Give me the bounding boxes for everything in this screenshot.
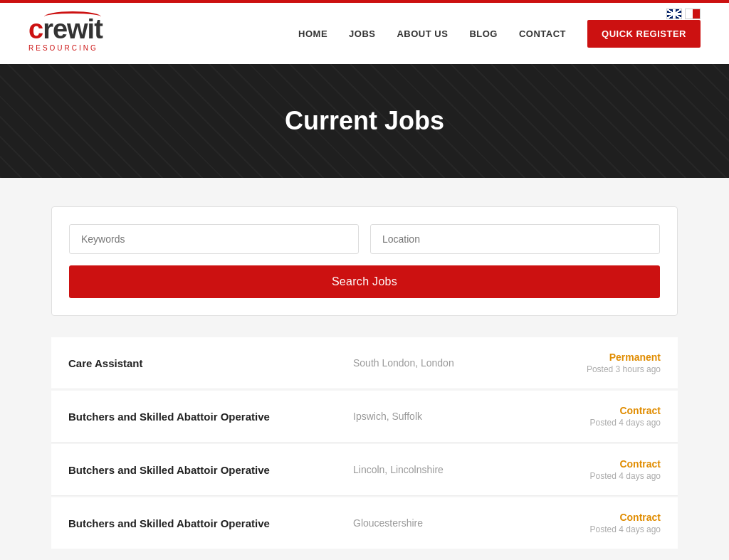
main-content: Search Jobs Care Assistant South London,…: [37, 206, 692, 549]
logo-text: crewit: [28, 16, 103, 43]
job-meta: Contract Posted 4 days ago: [547, 458, 661, 481]
job-posted: Posted 4 days ago: [547, 524, 661, 534]
job-meta: Contract Posted 4 days ago: [547, 405, 661, 428]
job-location: Gloucestershire: [339, 517, 547, 529]
table-row[interactable]: Butchers and Skilled Abattoir Operative …: [51, 497, 678, 549]
job-type: Contract: [547, 458, 661, 470]
logo-dot: c: [28, 14, 43, 44]
nav-about[interactable]: ABOUT US: [397, 28, 448, 39]
job-type: Contract: [547, 405, 661, 416]
main-nav: HOME JOBS ABOUT US BLOG CONTACT QUICK RE…: [298, 20, 701, 48]
job-type: Contract: [547, 512, 661, 523]
job-meta: Permanent Posted 3 hours ago: [547, 352, 661, 374]
keywords-input[interactable]: [69, 224, 359, 254]
job-posted: Posted 4 days ago: [547, 418, 661, 428]
mt-flag[interactable]: [685, 9, 701, 19]
job-location: South London, London: [339, 357, 547, 369]
job-title: Care Assistant: [68, 357, 339, 369]
site-header: crewit RESOURCING HOME JOBS ABOUT US BLO…: [0, 0, 729, 64]
language-flags[interactable]: [666, 9, 701, 19]
logo[interactable]: crewit RESOURCING: [28, 16, 103, 52]
job-title: Butchers and Skilled Abattoir Operative: [68, 517, 339, 529]
nav-jobs[interactable]: JOBS: [349, 28, 375, 39]
job-title: Butchers and Skilled Abattoir Operative: [68, 411, 339, 423]
search-fields: [69, 224, 660, 254]
page-title: Current Jobs: [285, 106, 444, 136]
job-posted: Posted 3 hours ago: [547, 364, 661, 374]
search-box: Search Jobs: [51, 206, 678, 316]
job-type: Permanent: [547, 352, 661, 363]
job-meta: Contract Posted 4 days ago: [547, 512, 661, 534]
table-row[interactable]: Care Assistant South London, London Perm…: [51, 337, 678, 389]
nav-blog[interactable]: BLOG: [469, 28, 498, 39]
job-posted: Posted 4 days ago: [547, 471, 661, 481]
nav-contact[interactable]: CONTACT: [519, 28, 566, 39]
job-list: Care Assistant South London, London Perm…: [51, 337, 678, 549]
nav-home[interactable]: HOME: [298, 28, 327, 39]
hero-section: Current Jobs: [0, 64, 729, 178]
search-jobs-button[interactable]: Search Jobs: [69, 265, 660, 298]
logo-arc: rewit: [43, 16, 103, 43]
uk-flag[interactable]: [666, 9, 682, 19]
job-location: Ipswich, Suffolk: [339, 411, 547, 422]
table-row[interactable]: Butchers and Skilled Abattoir Operative …: [51, 444, 678, 496]
job-title: Butchers and Skilled Abattoir Operative: [68, 464, 339, 476]
table-row[interactable]: Butchers and Skilled Abattoir Operative …: [51, 391, 678, 443]
logo-subtitle: RESOURCING: [28, 44, 98, 52]
location-input[interactable]: [370, 224, 660, 254]
job-location: Lincoln, Lincolnshire: [339, 464, 547, 475]
quick-register-button[interactable]: QUICK REGISTER: [587, 20, 701, 48]
